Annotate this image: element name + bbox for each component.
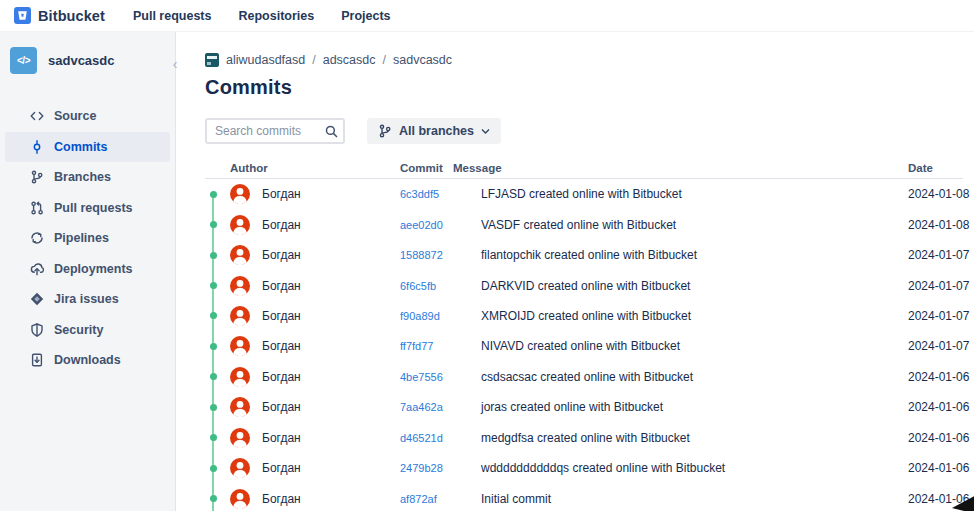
commit-icon <box>29 139 44 154</box>
nav-projects[interactable]: Projects <box>341 9 390 23</box>
commit-message[interactable]: filantopchik created online with Bitbuck… <box>453 248 888 262</box>
main-content: aliwudasdfasd/adscasdc/sadvcasdc Commits… <box>176 32 974 511</box>
commit-graph-dot-icon <box>210 404 217 411</box>
header-author: Author <box>230 162 400 174</box>
bitbucket-logo-icon <box>14 7 31 24</box>
commit-graph-dot-icon <box>210 312 217 319</box>
commit-row: Богдан1588872filantopchik created online… <box>205 240 963 270</box>
table-body: Богдан6c3ddf5LFJASD created online with … <box>205 179 963 511</box>
commit-row: Богдан6f6c5fbDARKVID created online with… <box>205 270 963 300</box>
commit-author: Богдан <box>260 309 400 323</box>
sidebar-item-label: Branches <box>54 170 111 184</box>
commit-date: 2024-01-07 <box>888 279 963 293</box>
security-icon <box>29 322 44 337</box>
commit-row: Богдан6c3ddf5LFJASD created online with … <box>205 179 963 209</box>
branch-icon <box>378 124 392 138</box>
commit-hash-link[interactable]: 7aa462a <box>400 401 453 413</box>
commit-hash-link[interactable]: f90a89d <box>400 310 453 322</box>
jira-icon <box>29 292 44 307</box>
commit-author: Богдан <box>260 218 400 232</box>
sidebar-item-deployments[interactable]: Deployments <box>5 254 170 285</box>
search-commits-input[interactable] <box>205 118 345 144</box>
commit-graph-dot-icon <box>210 495 217 502</box>
commit-message[interactable]: joras created online with Bitbucket <box>453 400 888 414</box>
sidebar-item-label: Jira issues <box>54 292 119 306</box>
header-date: Date <box>888 162 963 174</box>
nav-pull-requests[interactable]: Pull requests <box>133 9 212 23</box>
commit-message[interactable]: wddddddddddqs created online with Bitbuc… <box>453 461 888 475</box>
commit-message[interactable]: DARKVID created online with Bitbucket <box>453 279 888 293</box>
brand-name: Bitbucket <box>38 8 105 24</box>
commit-hash-link[interactable]: 6f6c5fb <box>400 280 453 292</box>
commit-message[interactable]: Initial commit <box>453 492 888 506</box>
branch-filter-label: All branches <box>399 124 474 138</box>
commit-message[interactable]: csdsacsac created online with Bitbucket <box>453 370 888 384</box>
commit-message[interactable]: LFJASD created online with Bitbucket <box>453 187 888 201</box>
sidebar-item-downloads[interactable]: Downloads <box>5 345 170 376</box>
sidebar-item-label: Deployments <box>54 262 133 276</box>
breadcrumb-separator: / <box>383 53 386 67</box>
commit-message[interactable]: VASDF created online with Bitbucket <box>453 218 888 232</box>
sidebar-item-pipelines[interactable]: Pipelines <box>5 223 170 254</box>
commit-row: Богданaf872afInitial commit2024-01-06 <box>205 483 963 511</box>
commit-message[interactable]: medgdfsa created online with Bitbucket <box>453 431 888 445</box>
commit-hash-link[interactable]: 2479b28 <box>400 462 453 474</box>
commit-date: 2024-01-07 <box>888 309 963 323</box>
breadcrumb-link[interactable]: adscasdc <box>323 53 376 67</box>
commit-row: Богдан4be7556csdsacsac created online wi… <box>205 362 963 392</box>
commit-date: 2024-01-06 <box>888 431 963 445</box>
sidebar-item-label: Downloads <box>54 353 121 367</box>
commit-controls: All branches <box>205 118 963 144</box>
sidebar-collapse-button[interactable]: ‹ <box>167 56 183 72</box>
commit-row: Богдан2479b28wddddddddddqs created onlin… <box>205 453 963 483</box>
commit-graph-dot-icon <box>210 434 217 441</box>
sidebar-item-source[interactable]: Source <box>5 101 170 132</box>
author-avatar-icon <box>230 397 250 417</box>
branch-filter-button[interactable]: All branches <box>367 118 501 144</box>
commit-graph-dot-icon <box>210 282 217 289</box>
commit-hash-link[interactable]: ff7fd77 <box>400 340 453 352</box>
nav-repositories[interactable]: Repositories <box>238 9 314 23</box>
commit-hash-link[interactable]: aee02d0 <box>400 219 453 231</box>
commit-graph-dot-icon <box>210 465 217 472</box>
commit-row: Богданf90a89dXMROIJD created online with… <box>205 301 963 331</box>
sidebar-item-pull-requests[interactable]: Pull requests <box>5 193 170 224</box>
code-icon <box>29 109 44 124</box>
commit-graph-dot-icon <box>210 373 217 380</box>
commit-author: Богдан <box>260 431 400 445</box>
author-avatar-icon <box>230 215 250 235</box>
commit-message[interactable]: NIVAVD created online with Bitbucket <box>453 339 888 353</box>
commit-hash-link[interactable]: 1588872 <box>400 249 453 261</box>
commits-table: Author Commit Message Date Богдан6c3ddf5… <box>205 157 963 511</box>
commit-author: Богдан <box>260 339 400 353</box>
commit-graph-dot-icon <box>210 343 217 350</box>
breadcrumb: aliwudasdfasd/adscasdc/sadvcasdc <box>205 52 963 68</box>
author-avatar-icon <box>230 276 250 296</box>
sidebar-item-commits[interactable]: Commits <box>5 132 170 163</box>
author-avatar-icon <box>230 428 250 448</box>
commit-message[interactable]: XMROIJD created online with Bitbucket <box>453 309 888 323</box>
author-avatar-icon <box>230 336 250 356</box>
commit-hash-link[interactable]: af872af <box>400 493 453 505</box>
commit-hash-link[interactable]: 6c3ddf5 <box>400 188 453 200</box>
deployments-icon <box>29 261 44 276</box>
chevron-down-icon <box>481 128 490 135</box>
sidebar-item-security[interactable]: Security <box>5 315 170 346</box>
bitbucket-brand[interactable]: Bitbucket <box>14 7 105 24</box>
table-header-row: Author Commit Message Date <box>205 157 963 179</box>
sidebar-item-label: Source <box>54 109 96 123</box>
sidebar-nav: SourceCommitsBranchesPull requestsPipeli… <box>0 101 175 376</box>
commit-hash-link[interactable]: d46521d <box>400 432 453 444</box>
top-navigation: Bitbucket Pull requests Repositories Pro… <box>0 0 974 32</box>
commit-date: 2024-01-06 <box>888 370 963 384</box>
breadcrumb-link[interactable]: sadvcasdc <box>393 53 452 67</box>
repo-header[interactable]: </> sadvcasdc <box>0 46 175 74</box>
sidebar-item-jira-issues[interactable]: Jira issues <box>5 284 170 315</box>
repo-sidebar: </> sadvcasdc ‹ SourceCommitsBranchesPul… <box>0 32 176 511</box>
breadcrumb-link[interactable]: aliwudasdfasd <box>226 53 305 67</box>
commit-hash-link[interactable]: 4be7556 <box>400 371 453 383</box>
sidebar-item-branches[interactable]: Branches <box>5 162 170 193</box>
page-title: Commits <box>205 76 963 99</box>
commit-date: 2024-01-08 <box>888 218 963 232</box>
author-avatar-icon <box>230 458 250 478</box>
